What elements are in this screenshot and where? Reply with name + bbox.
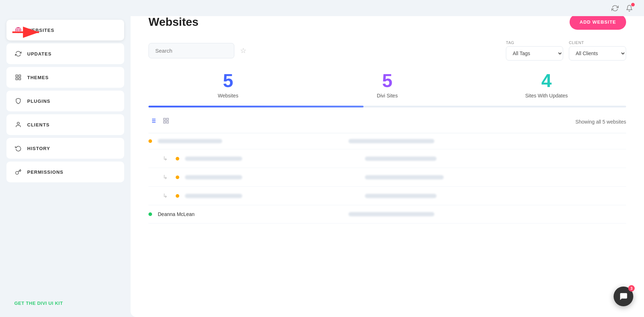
blurred-site-name xyxy=(185,175,242,179)
client-filter-label: CLIENT xyxy=(569,40,626,45)
progress-bar-fill xyxy=(148,106,364,107)
progress-bar-container xyxy=(148,106,626,107)
sidebar-item-themes[interactable]: THEMES xyxy=(6,67,124,88)
status-dot-green xyxy=(148,212,152,216)
stat-divi-number: 5 xyxy=(308,71,467,90)
svg-rect-6 xyxy=(16,78,18,80)
history-icon xyxy=(14,144,22,152)
sidebar-label-themes: THEMES xyxy=(27,75,49,80)
status-dot-orange xyxy=(176,157,179,160)
stat-updates: 4 Sites With Updates xyxy=(467,71,626,99)
table-row[interactable]: Deanna McLean xyxy=(148,205,626,224)
sidebar-item-permissions[interactable]: PERMISSIONS xyxy=(6,162,124,182)
table-controls: Showing all 5 websites xyxy=(148,116,626,127)
blurred-site-url xyxy=(365,194,436,198)
row-url-col xyxy=(365,157,626,161)
view-toggle xyxy=(148,116,171,127)
svg-rect-17 xyxy=(164,121,165,123)
arrow-indicator xyxy=(11,25,43,39)
main-content: Websites ADD WEBSITE ☆ TAG All Tags Tag … xyxy=(131,0,644,317)
site-name-text: Deanna McLean xyxy=(158,211,195,217)
status-dot-orange xyxy=(148,139,152,143)
sidebar-footer: GET THE DIVI UI KIT xyxy=(6,300,124,317)
client-filter-group: CLIENT All Clients Client 1 Client 2 xyxy=(569,40,626,61)
svg-point-8 xyxy=(17,122,19,124)
divi-ui-kit-link[interactable]: GET THE DIVI UI KIT xyxy=(14,301,63,306)
stat-websites-number: 5 xyxy=(148,71,308,90)
page-title: Websites xyxy=(148,15,199,29)
row-name-col xyxy=(158,139,343,143)
plugins-icon xyxy=(14,97,22,105)
list-view-button[interactable] xyxy=(148,116,158,127)
top-bar xyxy=(0,0,644,16)
table-row[interactable] xyxy=(148,133,626,149)
blurred-site-url xyxy=(348,212,434,216)
themes-icon xyxy=(14,73,22,81)
row-url-col xyxy=(365,175,626,179)
svg-rect-18 xyxy=(167,121,169,123)
blurred-site-url xyxy=(365,157,436,161)
blurred-site-name xyxy=(158,139,222,143)
sub-arrow-icon: ↳ xyxy=(163,174,170,181)
sidebar-item-plugins[interactable]: PLUGINS xyxy=(6,91,124,111)
svg-rect-5 xyxy=(19,75,21,77)
showing-text: Showing all 5 websites xyxy=(575,119,626,125)
stat-divi-sites: 5 Divi Sites xyxy=(308,71,467,99)
table-row[interactable]: ↳ xyxy=(148,149,626,168)
svg-rect-4 xyxy=(16,75,18,77)
sidebar: WEBSITES UPDATES THEMES PLUGINS xyxy=(0,0,131,317)
sidebar-label-clients: CLIENTS xyxy=(27,122,50,128)
blurred-site-name xyxy=(185,157,242,161)
sub-arrow-icon: ↳ xyxy=(163,155,170,162)
favorite-star-button[interactable]: ☆ xyxy=(240,46,247,55)
row-name-col xyxy=(185,194,359,198)
sidebar-label-history: HISTORY xyxy=(27,146,50,151)
row-url-col xyxy=(365,194,626,198)
sidebar-label-updates: UPDATES xyxy=(27,51,52,57)
search-input[interactable] xyxy=(148,43,234,58)
blurred-site-url xyxy=(348,139,434,143)
stat-websites: 5 Websites xyxy=(148,71,308,99)
client-filter-select[interactable]: All Clients Client 1 Client 2 xyxy=(569,46,626,61)
svg-rect-16 xyxy=(167,118,169,120)
sub-arrow-icon: ↳ xyxy=(163,192,170,199)
status-dot-orange xyxy=(176,176,179,179)
tag-filter-group: TAG All Tags Tag 1 Tag 2 xyxy=(506,40,563,61)
permissions-icon xyxy=(14,168,22,176)
sidebar-label-plugins: PLUGINS xyxy=(27,99,50,104)
svg-rect-15 xyxy=(164,118,165,120)
filter-row: ☆ TAG All Tags Tag 1 Tag 2 CLIENT All Cl… xyxy=(148,40,626,61)
stat-websites-label: Websites xyxy=(148,93,308,99)
updates-icon xyxy=(14,50,22,58)
table-row[interactable]: ↳ xyxy=(148,168,626,187)
add-website-button[interactable]: ADD WEBSITE xyxy=(570,14,626,30)
status-dot-orange xyxy=(176,194,179,198)
main-header: Websites ADD WEBSITE xyxy=(148,14,626,30)
sidebar-label-permissions: PERMISSIONS xyxy=(27,169,63,175)
stats-row: 5 Websites 5 Divi Sites 4 Sites With Upd… xyxy=(148,71,626,99)
refresh-icon[interactable] xyxy=(611,4,619,12)
row-url-col xyxy=(348,212,626,216)
svg-rect-7 xyxy=(19,78,21,80)
tag-filter-select[interactable]: All Tags Tag 1 Tag 2 xyxy=(506,46,563,61)
row-name-col xyxy=(185,175,359,179)
notification-badge xyxy=(631,3,635,6)
sidebar-item-updates[interactable]: UPDATES xyxy=(6,43,124,64)
blurred-site-name xyxy=(185,194,242,198)
row-name-col xyxy=(185,157,359,161)
sidebar-item-clients[interactable]: CLIENTS xyxy=(6,114,124,135)
stat-updates-label: Sites With Updates xyxy=(467,93,626,99)
chat-bubble-button[interactable]: 3 xyxy=(614,287,633,306)
sidebar-item-history[interactable]: HISTORY xyxy=(6,138,124,159)
row-url-col xyxy=(348,139,626,143)
grid-view-button[interactable] xyxy=(161,116,171,127)
blurred-site-url xyxy=(365,175,444,179)
row-name-col: Deanna McLean xyxy=(158,211,343,217)
stat-divi-label: Divi Sites xyxy=(308,93,467,99)
chat-badge: 3 xyxy=(628,285,635,292)
clients-icon xyxy=(14,121,22,129)
stat-updates-number: 4 xyxy=(467,71,626,90)
notification-wrapper[interactable] xyxy=(625,4,633,12)
table-row[interactable]: ↳ xyxy=(148,187,626,205)
tag-filter-label: TAG xyxy=(506,40,563,45)
